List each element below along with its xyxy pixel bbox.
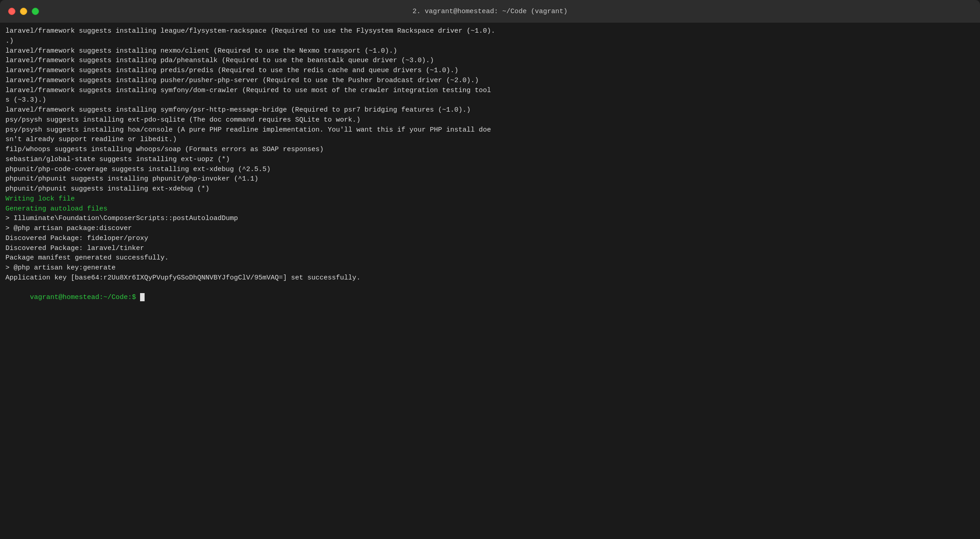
terminal-line: laravel/framework suggests installing sy…: [5, 86, 975, 96]
prompt-label: vagrant@homestead:~/Code:$: [30, 294, 136, 301]
terminal-line: phpunit/phpunit suggests installing ext-…: [5, 184, 975, 194]
terminal-line: Discovered Package: fideloper/proxy: [5, 234, 975, 244]
maximize-button[interactable]: [32, 8, 39, 15]
terminal-line: Application key [base64:r2Uu8Xr6IXQyPVup…: [5, 273, 975, 283]
titlebar: 2. vagrant@homestead: ~/Code (vagrant): [0, 0, 980, 23]
terminal-line: Discovered Package: laravel/tinker: [5, 244, 975, 254]
terminal-line: laravel/framework suggests installing pu…: [5, 76, 975, 86]
terminal-line: > @php artisan package:discover: [5, 224, 975, 234]
terminal-line: filp/whoops suggests installing whoops/s…: [5, 145, 975, 155]
prompt-symbol: [136, 294, 140, 301]
window-title: 2. vagrant@homestead: ~/Code (vagrant): [412, 8, 568, 15]
terminal-line: Generating autoload files: [5, 204, 975, 214]
terminal-line: > Illuminate\Foundation\ComposerScripts:…: [5, 214, 975, 224]
terminal-line: Writing lock file: [5, 194, 975, 204]
terminal-line: phpunit/phpunit suggests installing phpu…: [5, 174, 975, 184]
terminal-prompt-line: vagrant@homestead:~/Code:$: [5, 283, 975, 313]
terminal-line: laravel/framework suggests installing pr…: [5, 66, 975, 76]
terminal-line: laravel/framework suggests installing sy…: [5, 105, 975, 115]
terminal-line: laravel/framework suggests installing ne…: [5, 46, 975, 56]
terminal-window: 2. vagrant@homestead: ~/Code (vagrant) l…: [0, 0, 980, 539]
terminal-line: psy/psysh suggests installing ext-pdo-sq…: [5, 115, 975, 125]
terminal-line: sn't already support readline or libedit…: [5, 135, 975, 145]
cursor: [140, 293, 145, 301]
terminal-line: .): [5, 36, 975, 46]
close-button[interactable]: [8, 8, 15, 15]
minimize-button[interactable]: [20, 8, 27, 15]
traffic-lights: [8, 8, 39, 15]
terminal-line: s (~3.3).): [5, 95, 975, 105]
terminal-body[interactable]: laravel/framework suggests installing le…: [0, 23, 980, 539]
terminal-line: psy/psysh suggests installing hoa/consol…: [5, 125, 975, 135]
terminal-line: laravel/framework suggests installing le…: [5, 26, 975, 36]
terminal-line: phpunit/php-code-coverage suggests insta…: [5, 165, 975, 175]
terminal-line: > @php artisan key:generate: [5, 263, 975, 273]
terminal-line: Package manifest generated successfully.: [5, 253, 975, 263]
terminal-line: sebastian/global-state suggests installi…: [5, 155, 975, 165]
terminal-line: laravel/framework suggests installing pd…: [5, 56, 975, 66]
